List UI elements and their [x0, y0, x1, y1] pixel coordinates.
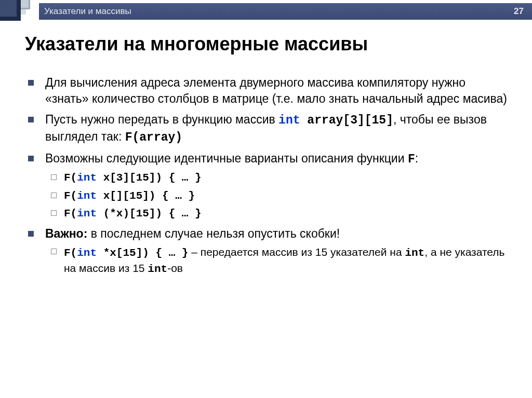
- list-item: Для вычисления адреса элемента двумерног…: [25, 75, 511, 107]
- bullet-hollow-square-icon: [51, 210, 57, 216]
- slide-header: Указатели и массивы 27: [0, 0, 532, 23]
- bullet-text: Возможны следующие идентичные варианты о…: [45, 150, 511, 168]
- list-item: F(int *x[15]) { … } – передается массив …: [51, 245, 511, 277]
- banner-title: Указатели и массивы: [44, 6, 131, 17]
- list-item: Важно: в последнем случае нельзя опустит…: [25, 226, 511, 277]
- code-snippet: F(int *x[15]) { … }: [64, 247, 188, 259]
- code-snippet: F(array): [125, 131, 182, 144]
- list-item: F(int (*x)[15]) { … }: [51, 207, 511, 221]
- bullet-hollow-square-icon: [51, 174, 57, 180]
- list-item: F(int x[][15]) { … }: [51, 189, 511, 203]
- title-banner: Указатели и массивы 27: [39, 3, 532, 20]
- code-snippet: F(int x[3][15]) { … }: [64, 171, 511, 185]
- bullet-square-icon: [28, 117, 34, 122]
- bullet-list: Для вычисления адреса элемента двумерног…: [25, 75, 511, 277]
- slide-content: Указатели на многомерные массивы Для выч…: [0, 23, 532, 277]
- decorative-logo: [0, 0, 39, 23]
- list-item: Пусть нужно передать в функцию массив in…: [25, 112, 511, 146]
- bullet-square-icon: [28, 156, 34, 161]
- slide-number: 27: [514, 6, 524, 17]
- sub-text: F(int *x[15]) { … } – передается массив …: [64, 245, 511, 277]
- list-item: Возможны следующие идентичные варианты о…: [25, 150, 511, 221]
- bullet-square-icon: [28, 231, 34, 237]
- code-snippet: int: [148, 263, 167, 275]
- page-title: Указатели на многомерные массивы: [25, 33, 511, 55]
- code-snippet: F(int (*x)[15]) { … }: [64, 207, 511, 221]
- bullet-text: Для вычисления адреса элемента двумерног…: [45, 75, 511, 107]
- code-snippet: F(int x[][15]) { … }: [64, 189, 511, 203]
- bullet-hollow-square-icon: [51, 249, 57, 254]
- list-item: F(int x[3][15]) { … }: [51, 171, 511, 185]
- bullet-square-icon: [28, 80, 34, 86]
- bullet-text: Пусть нужно передать в функцию массив in…: [45, 112, 511, 146]
- code-snippet: F: [408, 153, 415, 166]
- code-snippet: int array[3][15]: [278, 114, 393, 127]
- sub-list: F(int x[3][15]) { … } F(int x[][15]) { ……: [25, 171, 511, 221]
- code-snippet: int: [405, 247, 424, 259]
- bullet-hollow-square-icon: [51, 193, 57, 198]
- sub-list: F(int *x[15]) { … } – передается массив …: [25, 245, 511, 277]
- bullet-text: Важно: в последнем случае нельзя опустит…: [45, 226, 511, 242]
